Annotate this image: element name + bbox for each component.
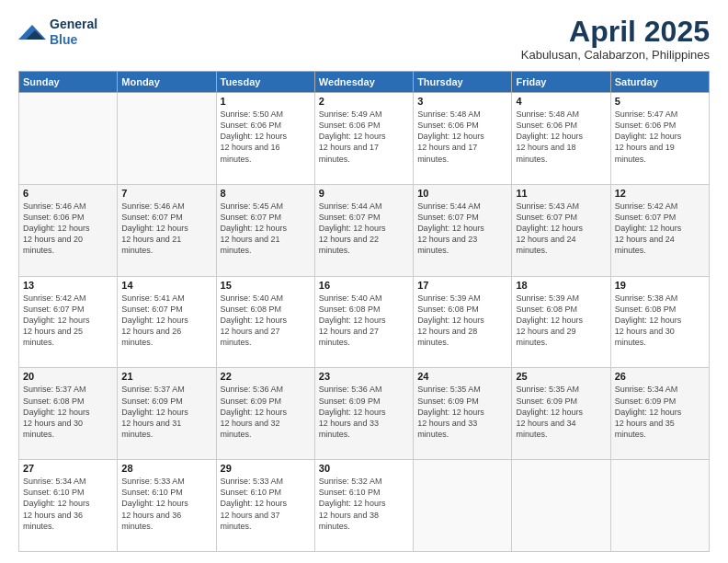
table-cell: 10Sunrise: 5:44 AMSunset: 6:07 PMDayligh… [414,184,512,276]
day-number: 21 [121,371,211,382]
day-number: 29 [221,463,311,474]
logo-general: General [50,17,97,32]
day-number: 18 [516,280,606,291]
table-cell: 20Sunrise: 5:37 AMSunset: 6:08 PMDayligh… [19,368,118,460]
table-cell: 1Sunrise: 5:50 AMSunset: 6:06 PMDaylight… [216,93,314,185]
day-number: 4 [516,96,606,107]
day-info: Sunrise: 5:33 AMSunset: 6:10 PMDaylight:… [121,476,211,532]
col-thursday: Thursday [414,72,512,93]
logo-blue: Blue [50,32,97,48]
calendar-header-row: Sunday Monday Tuesday Wednesday Thursday… [19,72,710,93]
calendar-week-row: 6Sunrise: 5:46 AMSunset: 6:06 PMDaylight… [19,184,710,276]
day-number: 1 [221,96,311,107]
title-area: April 2025 Kabulusan, Calabarzon, Philip… [521,17,710,62]
day-info: Sunrise: 5:34 AMSunset: 6:10 PMDaylight:… [23,476,113,532]
col-sunday: Sunday [19,72,118,93]
day-number: 15 [221,280,311,291]
table-cell: 27Sunrise: 5:34 AMSunset: 6:10 PMDayligh… [19,460,118,552]
day-info: Sunrise: 5:37 AMSunset: 6:08 PMDaylight:… [23,384,113,440]
table-cell: 15Sunrise: 5:40 AMSunset: 6:08 PMDayligh… [216,276,314,368]
day-info: Sunrise: 5:37 AMSunset: 6:09 PMDaylight:… [121,384,211,440]
table-cell: 12Sunrise: 5:42 AMSunset: 6:07 PMDayligh… [610,184,709,276]
col-monday: Monday [118,72,216,93]
table-cell: 28Sunrise: 5:33 AMSunset: 6:10 PMDayligh… [118,460,216,552]
calendar-week-row: 13Sunrise: 5:42 AMSunset: 6:07 PMDayligh… [19,276,710,368]
day-number: 5 [615,96,705,107]
day-info: Sunrise: 5:46 AMSunset: 6:06 PMDaylight:… [23,201,113,257]
day-number: 6 [23,188,113,199]
day-number: 27 [23,463,113,474]
day-info: Sunrise: 5:48 AMSunset: 6:06 PMDaylight:… [516,109,606,165]
page: General Blue April 2025 Kabulusan, Calab… [0,0,728,563]
table-cell: 21Sunrise: 5:37 AMSunset: 6:09 PMDayligh… [118,368,216,460]
day-info: Sunrise: 5:39 AMSunset: 6:08 PMDaylight:… [417,293,507,349]
day-info: Sunrise: 5:46 AMSunset: 6:07 PMDaylight:… [121,201,211,257]
table-cell: 14Sunrise: 5:41 AMSunset: 6:07 PMDayligh… [118,276,216,368]
table-cell: 26Sunrise: 5:34 AMSunset: 6:09 PMDayligh… [610,368,709,460]
day-number: 28 [121,463,211,474]
location: Kabulusan, Calabarzon, Philippines [521,48,710,62]
day-number: 20 [23,371,113,382]
calendar-week-row: 27Sunrise: 5:34 AMSunset: 6:10 PMDayligh… [19,460,710,552]
day-number: 13 [23,280,113,291]
day-number: 26 [615,371,705,382]
table-cell: 30Sunrise: 5:32 AMSunset: 6:10 PMDayligh… [314,460,413,552]
day-info: Sunrise: 5:48 AMSunset: 6:06 PMDaylight:… [417,109,507,165]
day-info: Sunrise: 5:50 AMSunset: 6:06 PMDaylight:… [221,109,311,165]
day-number: 7 [121,188,211,199]
day-info: Sunrise: 5:42 AMSunset: 6:07 PMDaylight:… [615,201,705,257]
day-number: 9 [319,188,409,199]
day-info: Sunrise: 5:32 AMSunset: 6:10 PMDaylight:… [319,476,409,532]
table-cell [512,460,610,552]
logo-text: General Blue [50,17,97,48]
day-number: 25 [516,371,606,382]
day-number: 16 [319,280,409,291]
logo: General Blue [18,17,97,48]
table-cell: 23Sunrise: 5:36 AMSunset: 6:09 PMDayligh… [314,368,413,460]
day-info: Sunrise: 5:41 AMSunset: 6:07 PMDaylight:… [121,293,211,349]
day-number: 11 [516,188,606,199]
table-cell: 8Sunrise: 5:45 AMSunset: 6:07 PMDaylight… [216,184,314,276]
table-cell: 29Sunrise: 5:33 AMSunset: 6:10 PMDayligh… [216,460,314,552]
calendar-table: Sunday Monday Tuesday Wednesday Thursday… [18,71,710,552]
table-cell: 22Sunrise: 5:36 AMSunset: 6:09 PMDayligh… [216,368,314,460]
col-wednesday: Wednesday [314,72,413,93]
table-cell: 19Sunrise: 5:38 AMSunset: 6:08 PMDayligh… [610,276,709,368]
day-number: 23 [319,371,409,382]
header: General Blue April 2025 Kabulusan, Calab… [18,17,710,62]
day-info: Sunrise: 5:40 AMSunset: 6:08 PMDaylight:… [221,293,311,349]
table-cell: 16Sunrise: 5:40 AMSunset: 6:08 PMDayligh… [314,276,413,368]
day-number: 24 [417,371,507,382]
day-number: 30 [319,463,409,474]
col-saturday: Saturday [610,72,709,93]
table-cell: 18Sunrise: 5:39 AMSunset: 6:08 PMDayligh… [512,276,610,368]
day-number: 17 [417,280,507,291]
logo-icon [18,21,46,43]
month-title: April 2025 [521,17,710,46]
table-cell: 9Sunrise: 5:44 AMSunset: 6:07 PMDaylight… [314,184,413,276]
day-info: Sunrise: 5:40 AMSunset: 6:08 PMDaylight:… [319,293,409,349]
col-friday: Friday [512,72,610,93]
day-number: 22 [221,371,311,382]
table-cell: 4Sunrise: 5:48 AMSunset: 6:06 PMDaylight… [512,93,610,185]
day-number: 10 [417,188,507,199]
day-info: Sunrise: 5:42 AMSunset: 6:07 PMDaylight:… [23,293,113,349]
day-number: 2 [319,96,409,107]
day-info: Sunrise: 5:44 AMSunset: 6:07 PMDaylight:… [417,201,507,257]
calendar-week-row: 1Sunrise: 5:50 AMSunset: 6:06 PMDaylight… [19,93,710,185]
day-info: Sunrise: 5:45 AMSunset: 6:07 PMDaylight:… [221,201,311,257]
col-tuesday: Tuesday [216,72,314,93]
calendar-week-row: 20Sunrise: 5:37 AMSunset: 6:08 PMDayligh… [19,368,710,460]
table-cell: 3Sunrise: 5:48 AMSunset: 6:06 PMDaylight… [414,93,512,185]
day-info: Sunrise: 5:49 AMSunset: 6:06 PMDaylight:… [319,109,409,165]
day-info: Sunrise: 5:47 AMSunset: 6:06 PMDaylight:… [615,109,705,165]
table-cell: 2Sunrise: 5:49 AMSunset: 6:06 PMDaylight… [314,93,413,185]
table-cell: 7Sunrise: 5:46 AMSunset: 6:07 PMDaylight… [118,184,216,276]
table-cell [118,93,216,185]
table-cell [414,460,512,552]
day-info: Sunrise: 5:33 AMSunset: 6:10 PMDaylight:… [221,476,311,532]
table-cell: 25Sunrise: 5:35 AMSunset: 6:09 PMDayligh… [512,368,610,460]
table-cell: 24Sunrise: 5:35 AMSunset: 6:09 PMDayligh… [414,368,512,460]
day-info: Sunrise: 5:35 AMSunset: 6:09 PMDaylight:… [417,384,507,440]
day-info: Sunrise: 5:43 AMSunset: 6:07 PMDaylight:… [516,201,606,257]
